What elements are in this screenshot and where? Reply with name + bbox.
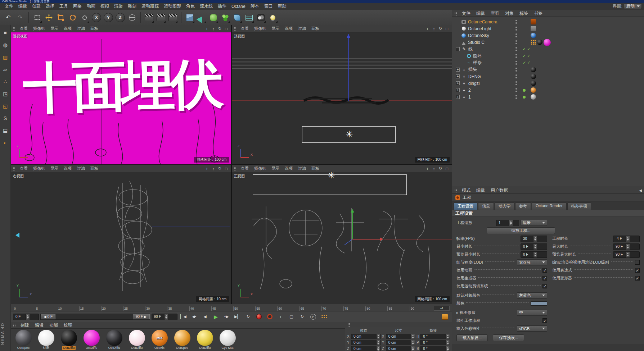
viewport-menu-panel[interactable]: 面板 — [309, 165, 322, 172]
material-tag-icon[interactable] — [531, 87, 536, 93]
project-length-field[interactable]: -4 F — [613, 236, 640, 242]
visibility-dots[interactable] — [515, 81, 517, 85]
top-canvas[interactable]: 顶视图 Z X 网格间距：100 cm — [232, 32, 452, 164]
undo-icon[interactable]: ↶ — [3, 12, 14, 23]
perspective-canvas[interactable]: 透视视图 十面埋伏 — [11, 32, 231, 164]
current-frame-field[interactable]: 0 F — [13, 314, 39, 320]
model-mode-icon[interactable]: ◍ — [1, 41, 9, 49]
material-item[interactable]: OctDiffu — [104, 330, 125, 350]
object-row[interactable]: + 插头 — [452, 66, 644, 73]
expand-toggle[interactable] — [456, 74, 460, 78]
tab-dynamics[interactable]: 动力学 — [495, 202, 514, 210]
layout-button[interactable] — [440, 313, 450, 321]
use-expressions-checkbox[interactable] — [635, 268, 640, 273]
object-row[interactable]: ~ 样条 — [452, 59, 644, 66]
visibility-dots[interactable] — [515, 40, 517, 44]
material-item[interactable]: 材质 — [36, 330, 57, 350]
coordinate-system-button[interactable] — [127, 12, 138, 23]
viewport-menu-cameras[interactable]: 摄像机 — [252, 165, 269, 172]
panel-grip[interactable] — [234, 26, 237, 31]
panel-grip[interactable] — [347, 322, 351, 327]
material-tag-icon[interactable] — [537, 40, 542, 45]
menu-motion-tracker[interactable]: 运动跟踪 — [139, 3, 161, 10]
expand-toggle[interactable] — [456, 81, 460, 85]
maximize-view-icon[interactable]: □ — [223, 166, 229, 171]
project-scale-unit-dropdown[interactable]: 厘米 — [521, 220, 547, 226]
add-cube-button[interactable] — [184, 12, 195, 23]
edges-mode-icon[interactable]: ◳ — [1, 90, 9, 98]
range-start-handle[interactable]: ◀ 0 F — [41, 314, 55, 319]
zoom-view-icon[interactable]: ↕ — [431, 166, 437, 171]
linear-workflow-checkbox[interactable] — [542, 318, 547, 323]
panel-grip[interactable] — [13, 166, 16, 171]
object-row[interactable]: + 2 — [452, 87, 644, 94]
material-menu-edit[interactable]: 编辑 — [32, 322, 46, 329]
right-canvas[interactable]: 右视图 — [11, 172, 231, 304]
live-selection-tool[interactable] — [32, 12, 42, 23]
use-animation-checkbox[interactable] — [542, 268, 547, 273]
visibility-dots[interactable] — [515, 88, 517, 92]
key-parameter-button[interactable]: P — [309, 313, 318, 321]
view-clipping-dropdown[interactable]: 中 — [517, 310, 547, 316]
timeline-ruler[interactable]: 0 5 10 15 20 25 30 35 40 45 50 55 60 65 … — [11, 304, 452, 311]
material-item[interactable]: OctDiffu — [126, 330, 147, 350]
project-scale-field[interactable]: 1 — [496, 220, 519, 226]
position-x-field[interactable]: 0 cm — [351, 334, 380, 339]
lock-z-axis-button[interactable]: Z — [116, 13, 125, 22]
save-preset-button[interactable]: 保存预设... — [493, 334, 524, 341]
viewport-menu-panel[interactable]: 面板 — [88, 165, 101, 172]
visibility-dots[interactable] — [515, 27, 517, 31]
zoom-view-icon[interactable]: ↕ — [431, 26, 437, 31]
record-keyframe-button[interactable] — [255, 313, 264, 321]
viewport-menu-view[interactable]: 查看 — [17, 165, 30, 172]
position-z-field[interactable]: 0 cm — [351, 346, 380, 351]
lock-x-axis-button[interactable]: X — [92, 13, 101, 22]
object-row[interactable]: 圆环 — [452, 53, 644, 59]
panel-grip[interactable] — [454, 188, 458, 193]
viewport-menu-filter[interactable]: 过滤 — [75, 165, 87, 172]
add-subdivision-surface-button[interactable] — [208, 12, 219, 23]
zoom-view-icon[interactable]: ↕ — [210, 166, 216, 171]
om-menu-tags[interactable]: 标签 — [517, 10, 531, 17]
om-menu-edit[interactable]: 编辑 — [474, 10, 487, 17]
default-object-color-dropdown[interactable]: 灰蓝色 — [517, 292, 547, 298]
collapse-toggle[interactable] — [456, 47, 460, 51]
panel-grip[interactable] — [13, 26, 16, 31]
object-row[interactable]: ✎ 线 — [452, 46, 644, 53]
add-deformer-button[interactable] — [232, 12, 243, 23]
add-mograph-button[interactable] — [220, 12, 231, 23]
rotate-view-icon[interactable]: ↻ — [217, 26, 223, 31]
material-tag-icon[interactable] — [531, 94, 536, 100]
enabled-check-icon[interactable] — [523, 47, 531, 51]
render-settings-button[interactable] — [167, 12, 178, 23]
rotation-b-field[interactable]: 0 ° — [420, 346, 450, 351]
material-item-selected[interactable]: OctDiffu — [58, 330, 79, 350]
menu-file[interactable]: 文件 — [2, 3, 16, 10]
key-rotation-button[interactable]: ↻ — [298, 313, 307, 321]
menu-character[interactable]: 角色 — [184, 3, 197, 10]
position-y-field[interactable]: 0 cm — [351, 340, 380, 345]
points-mode-icon[interactable]: ∴ — [1, 78, 9, 86]
last-used-tool[interactable] — [79, 12, 90, 23]
material-item[interactable]: OctSpec — [172, 330, 193, 350]
colors-icon[interactable]: ◐ — [1, 139, 9, 147]
viewport-menu-filter[interactable]: 过滤 — [296, 165, 309, 172]
tab-info[interactable]: 信息 — [478, 202, 494, 210]
go-to-end-button[interactable]: ▶▏ — [233, 313, 242, 321]
rotate-tool[interactable] — [67, 12, 78, 23]
input-color-profile-dropdown[interactable]: sRGB — [517, 325, 547, 332]
max-time-field[interactable]: 90 F — [613, 243, 640, 250]
min-time-field[interactable]: 0 F — [521, 243, 547, 250]
light-null-icon[interactable] — [346, 130, 353, 139]
previous-key-button[interactable]: ◀▪ — [190, 313, 199, 321]
menu-mesh[interactable]: 网格 — [71, 3, 84, 10]
material-item[interactable]: OctDiffu — [81, 330, 102, 350]
viewport-menu-display[interactable]: 显示 — [48, 165, 61, 172]
viewport-menu-panel[interactable]: 面板 — [309, 26, 322, 32]
material-item[interactable]: OctDiffu — [194, 330, 215, 350]
material-tag-icon[interactable] — [531, 67, 536, 72]
am-menu-mode[interactable]: 模式 — [459, 187, 473, 194]
rotate-view-icon[interactable]: ↻ — [437, 26, 443, 31]
camera-tag-icon[interactable] — [531, 19, 536, 24]
enabled-check-icon[interactable] — [523, 54, 531, 58]
